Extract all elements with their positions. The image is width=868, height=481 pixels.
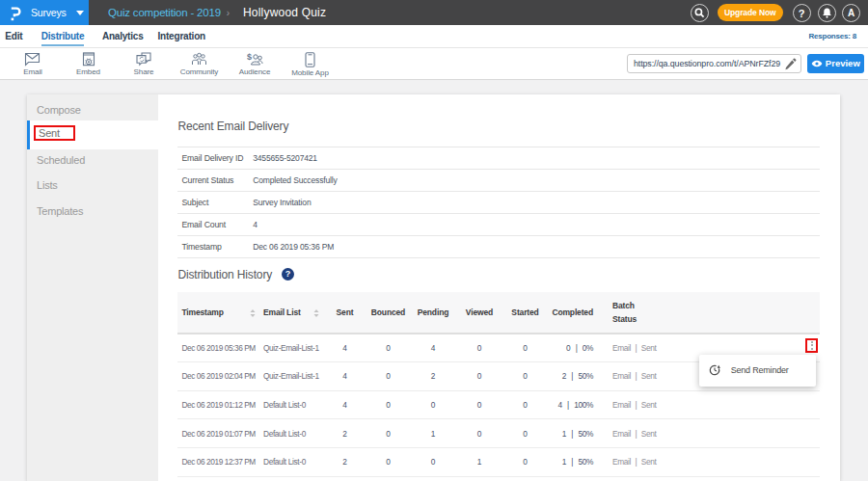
svg-text:$: $ [247, 52, 252, 62]
